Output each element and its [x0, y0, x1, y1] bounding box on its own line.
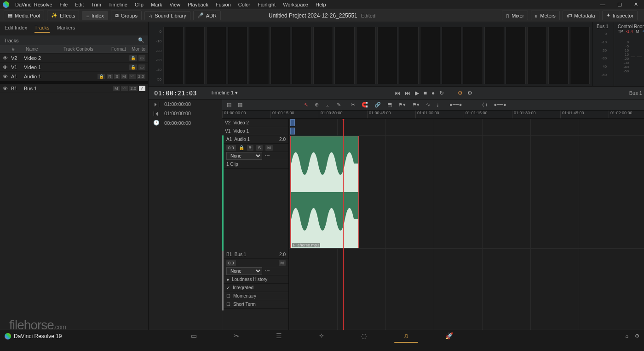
loop-icon[interactable]: ↻	[439, 90, 444, 96]
fast-forward-icon[interactable]: ⏭	[405, 90, 410, 96]
menu-timeline[interactable]: Timeline	[105, 1, 131, 8]
curve-icon[interactable]: 〰	[265, 153, 270, 158]
track-row-v1[interactable]: 👁 V1 Video 1 🔒▭	[0, 63, 148, 72]
magnet-icon[interactable]: 🧲	[362, 102, 368, 108]
flag-icon[interactable]: ⚑▾	[398, 102, 406, 108]
home-icon[interactable]: ⌂	[625, 333, 628, 339]
tab-markers[interactable]: Markers	[57, 25, 75, 33]
timeline-content[interactable]: Filehorse.mp3	[289, 119, 644, 330]
view-icon[interactable]: ▤	[227, 102, 231, 108]
mute-button[interactable]: M	[113, 86, 120, 91]
curve-icon[interactable]: 〰	[129, 74, 136, 79]
lock-icon[interactable]: 🔒	[239, 145, 244, 150]
play-icon[interactable]: ▶	[415, 90, 419, 96]
search-icon[interactable]: 🔍	[138, 37, 144, 43]
menu-file[interactable]: File	[57, 1, 71, 8]
menu-help[interactable]: Help	[312, 1, 329, 8]
record-button[interactable]: R	[107, 74, 113, 79]
lock-icon[interactable]: 🔒	[129, 64, 137, 70]
metadata-button[interactable]: 🏷 Metadata	[563, 11, 599, 20]
mute-button[interactable]: M	[121, 74, 127, 79]
skip-prev-icon[interactable]: |⏴	[153, 111, 160, 116]
lock-icon[interactable]: 🔒	[98, 74, 105, 79]
track-header-v1[interactable]: V1 Video 1	[222, 127, 288, 135]
video-clip[interactable]	[290, 119, 295, 126]
stop-icon[interactable]: ■	[424, 90, 427, 96]
menu-edit[interactable]: Edit	[72, 1, 87, 8]
skip-next-icon[interactable]: ⏵|	[153, 101, 160, 107]
tab-tracks[interactable]: Tracks	[34, 25, 50, 33]
eye-icon[interactable]: 👁	[3, 55, 11, 61]
automation-select[interactable]: None	[226, 267, 262, 275]
eye-icon[interactable]: 👁	[3, 86, 11, 91]
settings-icon[interactable]: ⚙	[635, 333, 639, 339]
playhead[interactable]	[343, 119, 344, 330]
automation-settings-icon[interactable]: ⚙	[467, 90, 472, 96]
menu-fairlight[interactable]: Fairlight	[254, 1, 279, 8]
automation-select[interactable]: None	[226, 152, 262, 160]
close-icon[interactable]: ✕	[631, 0, 641, 8]
lock-icon[interactable]: 🔒	[129, 55, 137, 61]
record-icon[interactable]: ●	[431, 90, 435, 96]
track-row-v2[interactable]: 👁 V2 Video 2 🔒▭	[0, 53, 148, 63]
timeline-selector[interactable]: Timeline 1 ▾	[211, 90, 238, 96]
zoom-fit-icon[interactable]: ⟨ ⟩	[482, 102, 487, 108]
effects-button[interactable]: ✨ Effects	[47, 11, 79, 20]
menu-trim[interactable]: Trim	[88, 1, 104, 8]
maximize-icon[interactable]: ▢	[614, 0, 625, 8]
range-tool-icon[interactable]: ⊕	[315, 102, 319, 108]
page-fairlight-icon[interactable]: ♫	[394, 330, 418, 343]
checkbox-icon[interactable]: ✓	[139, 86, 145, 91]
trim-tool-icon[interactable]: ⫠	[325, 102, 330, 108]
flag2-icon[interactable]: ⚑▾	[412, 102, 420, 108]
curve-icon[interactable]: 〰	[121, 86, 128, 91]
track-row-b1[interactable]: 👁 B1 Bus 1 M 〰 2.0 ✓	[0, 84, 148, 93]
index-button[interactable]: ≡ Index	[82, 11, 108, 20]
page-media-icon[interactable]: ▭	[182, 330, 206, 343]
adr-button[interactable]: 🎤 ADR	[193, 11, 221, 20]
eye-icon[interactable]: 👁	[3, 64, 11, 70]
curve-icon[interactable]: 〰	[265, 269, 270, 274]
menu-mark[interactable]: Mark	[148, 1, 165, 8]
page-color-icon[interactable]: ◌	[352, 330, 376, 343]
timecode[interactable]: 01:00:21:03	[154, 89, 197, 97]
options-icon[interactable]: ⫶	[437, 102, 439, 108]
menu-view[interactable]: View	[166, 1, 184, 8]
media-pool-button[interactable]: ▦ Media Pool	[4, 11, 44, 20]
solo-button[interactable]: S	[114, 74, 120, 79]
menu-clip[interactable]: Clip	[132, 1, 147, 8]
track-header-b1[interactable]: B1 Bus 1 2.0 0.0 M None 〰 ●Lou	[222, 251, 288, 310]
link-icon[interactable]: 🔗	[374, 102, 381, 108]
track-header-a1[interactable]: A1 Audio 1 2.0 0.0 🔒 R S M	[222, 135, 288, 251]
tab-edit-index[interactable]: Edit Index	[5, 25, 27, 33]
grid-icon[interactable]: ▦	[238, 102, 242, 108]
menu-fusion[interactable]: Fusion	[213, 1, 234, 8]
marker-tool-icon[interactable]: ⬒	[387, 102, 392, 108]
selection-tool-icon[interactable]: ↖	[304, 102, 308, 108]
minimize-icon[interactable]: —	[597, 0, 609, 8]
page-fusion-icon[interactable]: ✧	[310, 330, 334, 343]
page-deliver-icon[interactable]: 🚀	[436, 330, 462, 343]
clock-icon[interactable]: 🕐	[153, 120, 160, 126]
timeline-ruler[interactable]: 01:00:00:00 01:00:15:00 01:00:30:00 01:0…	[222, 111, 644, 119]
inspector-button[interactable]: ✦ Inspector	[602, 11, 638, 20]
meters-button[interactable]: ⫾ Meters	[531, 11, 560, 20]
eye-icon[interactable]: 👁	[3, 74, 11, 79]
page-edit-icon[interactable]: ☰	[267, 330, 291, 343]
track-header-v2[interactable]: V2 Video 2	[222, 119, 288, 127]
solo-button[interactable]: S	[256, 145, 263, 151]
page-cut-icon[interactable]: ✂	[224, 330, 248, 343]
menu-color[interactable]: Color	[235, 1, 253, 8]
groups-button[interactable]: ⧉ Groups	[111, 11, 142, 20]
razor-tool-icon[interactable]: ✂	[351, 102, 355, 108]
automation-icon[interactable]: ⚙	[458, 90, 463, 96]
pencil-tool-icon[interactable]: ✎	[337, 102, 341, 108]
waveform-icon[interactable]: ∿	[426, 102, 430, 108]
menu-workspace[interactable]: Workspace	[280, 1, 311, 8]
menu-playback[interactable]: Playback	[184, 1, 212, 8]
mixer-button[interactable]: ⎍ Mixer	[502, 11, 528, 20]
track-row-a1[interactable]: 👁 A1 Audio 1 🔒 R S M 〰 2.0	[0, 72, 148, 81]
mute-button[interactable]: M	[279, 260, 286, 266]
video-clip[interactable]	[290, 128, 295, 135]
sound-library-button[interactable]: ♫ Sound Library	[144, 11, 190, 20]
